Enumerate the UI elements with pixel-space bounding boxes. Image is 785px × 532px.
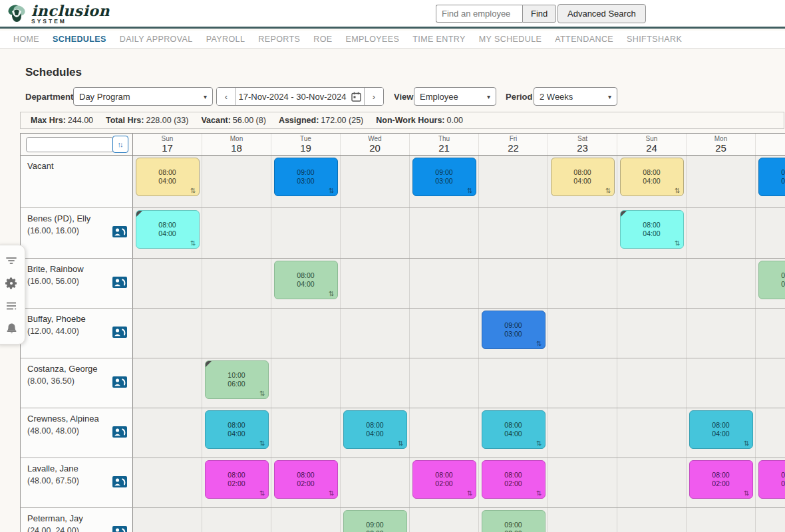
schedule-cell[interactable]: 09:0002:00⇄: [341, 508, 410, 532]
nav-item-schedules[interactable]: SCHEDULES: [53, 35, 106, 44]
employee-contact-icon[interactable]: [112, 376, 127, 390]
schedule-cell[interactable]: [410, 208, 479, 258]
gear-icon[interactable]: [1, 273, 22, 293]
schedule-cell[interactable]: 10:0006:00⇄: [202, 358, 271, 408]
schedule-cell[interactable]: [548, 358, 617, 408]
shift-block[interactable]: 08:0004:00⇄: [620, 158, 684, 196]
shift-block[interactable]: 10:0006:00⇄: [205, 360, 269, 399]
schedule-cell[interactable]: [341, 458, 410, 507]
employee-contact-icon[interactable]: [112, 476, 127, 490]
schedule-cell[interactable]: [133, 408, 202, 458]
schedule-cell[interactable]: 08:0002:00⇄: [410, 458, 479, 507]
schedule-cell[interactable]: [133, 309, 202, 358]
next-period-button[interactable]: ›: [365, 88, 383, 105]
schedule-cell[interactable]: [202, 259, 271, 308]
schedule-cell[interactable]: [756, 508, 785, 532]
nav-item-daily-approval[interactable]: DAILY APPROVAL: [120, 35, 193, 44]
shift-block[interactable]: 09:0002:00⇄: [482, 510, 546, 532]
schedule-cell[interactable]: 08:0002:00⇄: [756, 458, 785, 507]
schedule-cell[interactable]: [687, 309, 756, 358]
schedule-cell[interactable]: 08:0002:00⇄: [202, 458, 271, 507]
nav-item-reports[interactable]: REPORTS: [258, 35, 300, 44]
schedule-cell[interactable]: [202, 208, 271, 258]
advanced-search-button[interactable]: Advanced Search: [557, 4, 646, 23]
schedule-cell[interactable]: [756, 309, 785, 358]
shift-block[interactable]: 08:0004:00⇄: [205, 410, 269, 449]
shift-block[interactable]: 08:0002:00⇄: [689, 460, 753, 499]
schedule-cell[interactable]: [548, 309, 617, 358]
shift-block[interactable]: 08:0004:00⇄: [551, 158, 615, 196]
schedule-cell[interactable]: [271, 208, 341, 258]
schedule-cell[interactable]: [548, 208, 617, 258]
bell-icon[interactable]: [1, 319, 22, 338]
schedule-cell[interactable]: [271, 358, 341, 408]
schedule-cell[interactable]: 08:0002:00⇄: [271, 458, 341, 507]
schedule-cell[interactable]: [548, 508, 617, 532]
schedule-cell[interactable]: [410, 358, 479, 408]
schedule-cell[interactable]: 08:0004:00⇄: [617, 156, 687, 207]
schedule-cell[interactable]: 08:0002:00⇄: [687, 458, 756, 507]
shift-block[interactable]: 08:0002:00⇄: [412, 460, 476, 499]
schedule-cell[interactable]: [617, 508, 687, 532]
schedule-cell[interactable]: 09:0002:00⇄: [479, 508, 548, 532]
employee-filter-input[interactable]: [26, 137, 114, 152]
schedule-cell[interactable]: 09:0003:00⇄: [410, 156, 479, 207]
schedule-cell[interactable]: 08:0004:00⇄: [756, 259, 785, 308]
find-button[interactable]: Find: [522, 5, 556, 23]
shift-block[interactable]: 08:0002:00⇄: [205, 460, 269, 499]
schedule-cell[interactable]: 08:0004:00⇄: [202, 408, 271, 458]
schedule-cell[interactable]: [617, 458, 687, 507]
schedule-cell[interactable]: [479, 156, 548, 207]
shift-block[interactable]: 09:0003:00⇄: [412, 158, 476, 196]
schedule-cell[interactable]: [202, 508, 271, 532]
employee-contact-icon[interactable]: [112, 327, 127, 340]
schedule-cell[interactable]: [687, 156, 756, 207]
schedule-cell[interactable]: [548, 259, 617, 308]
schedule-cell[interactable]: [271, 508, 341, 532]
schedule-cell[interactable]: [133, 259, 202, 308]
shift-block[interactable]: 08:0004:00⇄: [343, 410, 407, 449]
filter-icon[interactable]: [1, 251, 22, 271]
shift-block[interactable]: 08:0002:00⇄: [482, 460, 546, 499]
schedule-cell[interactable]: [479, 358, 548, 408]
schedule-cell[interactable]: [756, 408, 785, 458]
schedule-cell[interactable]: [687, 259, 756, 308]
schedule-cell[interactable]: [341, 208, 410, 258]
schedule-cell[interactable]: 08:0004:00⇄: [271, 259, 341, 308]
employee-contact-icon[interactable]: [112, 226, 127, 240]
schedule-cell[interactable]: 08:0004:00⇄: [133, 156, 202, 207]
schedule-cell[interactable]: 08:0004:00⇄: [548, 156, 617, 207]
shift-block[interactable]: 08:0002:00⇄: [274, 460, 338, 499]
schedule-cell[interactable]: [479, 208, 548, 258]
schedule-cell[interactable]: [617, 358, 687, 408]
schedule-cell[interactable]: 08:0004:00⇄: [617, 208, 687, 258]
nav-item-attendance[interactable]: ATTENDANCE: [555, 35, 613, 44]
schedule-cell[interactable]: [133, 458, 202, 507]
schedule-cell[interactable]: [756, 208, 785, 258]
schedule-cell[interactable]: [202, 309, 271, 358]
schedule-cell[interactable]: [202, 156, 271, 207]
schedule-cell[interactable]: [548, 408, 617, 458]
employee-contact-icon[interactable]: [112, 277, 127, 291]
employee-contact-icon[interactable]: [112, 426, 127, 440]
shift-block[interactable]: 09:0003:00⇄: [758, 158, 785, 196]
nav-item-employees[interactable]: EMPLOYEES: [346, 35, 400, 44]
schedule-cell[interactable]: [341, 309, 410, 358]
view-select[interactable]: Employee ▾: [414, 87, 496, 106]
shift-block[interactable]: 08:0004:00⇄: [136, 158, 200, 196]
schedule-cell[interactable]: 09:0003:00⇄: [479, 309, 548, 358]
prev-period-button[interactable]: ‹: [217, 88, 236, 105]
shift-block[interactable]: 09:0003:00⇄: [482, 311, 546, 349]
schedule-cell[interactable]: [271, 408, 341, 458]
nav-item-my-schedule[interactable]: MY SCHEDULE: [479, 35, 542, 44]
shift-block[interactable]: 09:0002:00⇄: [343, 510, 407, 532]
schedule-cell[interactable]: [133, 358, 202, 408]
schedule-cell[interactable]: [617, 259, 687, 308]
shift-block[interactable]: 08:0004:00⇄: [689, 410, 753, 449]
app-logo[interactable]: inclusion SYSTEM: [5, 2, 110, 25]
schedule-cell[interactable]: 08:0004:00⇄: [479, 408, 548, 458]
schedule-cell[interactable]: 08:0002:00⇄: [479, 458, 548, 507]
schedule-cell[interactable]: [687, 508, 756, 532]
shift-block[interactable]: 08:0002:00⇄: [758, 460, 785, 499]
schedule-cell[interactable]: 08:0004:00⇄: [133, 208, 202, 258]
